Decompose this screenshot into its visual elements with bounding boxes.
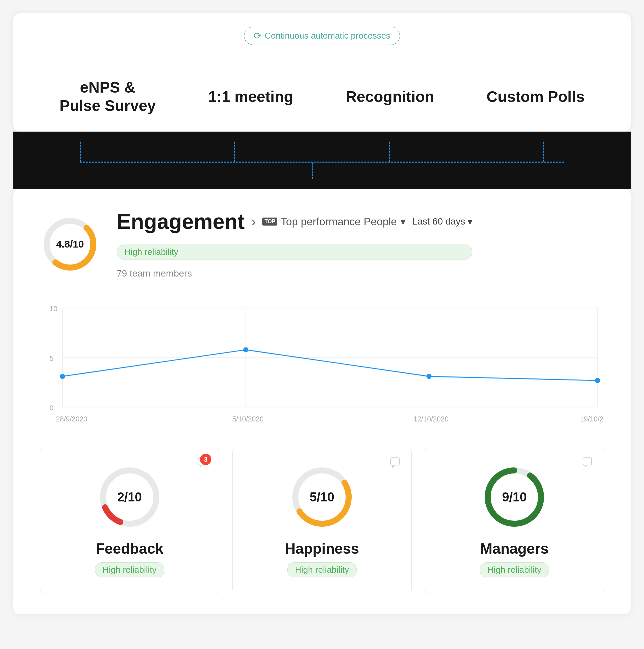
feedback-donut: 2/10 [96, 464, 163, 530]
feedback-title: Feedback [96, 540, 163, 557]
top-menu: eNPS &Pulse Survey 1:1 meeting Recogniti… [33, 78, 611, 115]
top-card: ⟳ Continuous automatic processes eNPS &P… [13, 13, 631, 132]
top-performance-filter[interactable]: TOP Top performance People ▾ [262, 215, 405, 228]
continuous-label: Continuous automatic processes [265, 31, 390, 41]
happiness-donut: 5/10 [289, 464, 355, 530]
happiness-title: Happiness [285, 540, 359, 557]
continuous-badge: ⟳ Continuous automatic processes [244, 27, 400, 45]
menu-item-enps[interactable]: eNPS &Pulse Survey [59, 78, 156, 115]
connector-vert-center [312, 163, 313, 179]
y-label-0: 0 [50, 404, 54, 412]
y-label-10: 10 [50, 305, 58, 312]
managers-card: 9/10 Managers High reliability [425, 447, 604, 594]
feedback-reliability: High reliability [95, 562, 164, 577]
svg-rect-15 [583, 458, 592, 465]
happiness-reliability: High reliability [287, 562, 357, 577]
x-label-3: 12/10/2020 [413, 416, 449, 423]
chart-point-3 [426, 374, 431, 379]
menu-item-polls[interactable]: Custom Polls [487, 88, 585, 106]
top-icon: TOP [262, 218, 277, 225]
happiness-card: 5/10 Happiness High reliability [232, 447, 411, 594]
managers-title: Managers [480, 540, 549, 557]
dropdown-arrow: ▾ [400, 215, 406, 228]
feedback-card: 3 2/10 Feedback High reliability [40, 447, 219, 594]
comment-icon-happiness [390, 457, 401, 471]
engagement-score: 4.8/10 [56, 239, 84, 250]
time-range-filter[interactable]: Last 60 days ▾ [412, 216, 473, 227]
connector-vert-2 [234, 142, 235, 162]
engagement-header: 4.8/10 Engagement › TOP Top performance … [40, 209, 604, 279]
menu-item-meeting[interactable]: 1:1 meeting [208, 88, 293, 106]
managers-reliability: High reliability [480, 562, 549, 577]
engagement-chevron[interactable]: › [251, 214, 256, 229]
svg-rect-12 [391, 458, 399, 465]
chart-point-4 [595, 378, 600, 383]
chart-line [62, 350, 597, 381]
x-label-2: 5/10/2020 [232, 416, 264, 423]
chart-point-1 [60, 374, 65, 379]
happiness-score: 5/10 [310, 490, 334, 505]
y-label-5: 5 [50, 354, 54, 362]
comment-icon-managers [582, 457, 594, 471]
engagement-chart: 10 5 0 28/9/2020 5/10/2020 12/10/2020 [40, 299, 604, 432]
connector-area [13, 132, 631, 189]
engagement-reliability-badge: High reliability [117, 245, 472, 260]
engagement-title: Engagement [117, 209, 245, 234]
connector-vert-4 [543, 142, 544, 162]
menu-item-recognition[interactable]: Recognition [346, 88, 434, 106]
metric-cards: 3 2/10 Feedback High reliability [40, 447, 604, 594]
top-performance-label: Top performance People [281, 216, 397, 228]
chart-point-2 [243, 347, 248, 352]
managers-donut: 9/10 [481, 464, 548, 530]
time-range-arrow: ▾ [468, 216, 472, 227]
chart-area: 10 5 0 28/9/2020 5/10/2020 12/10/2020 [40, 299, 604, 433]
connector-vert-3 [389, 142, 390, 162]
feedback-score: 2/10 [117, 490, 142, 505]
x-label-1: 28/9/2020 [56, 416, 87, 423]
time-range-label: Last 60 days [412, 216, 465, 227]
main-content: 4.8/10 Engagement › TOP Top performance … [13, 189, 631, 614]
refresh-icon: ⟳ [254, 30, 261, 41]
team-members-count: 79 team members [117, 268, 472, 279]
engagement-donut: 4.8/10 [40, 214, 100, 274]
connector-vert-1 [80, 142, 81, 162]
managers-score: 9/10 [502, 490, 527, 505]
comment-badge-feedback: 3 [200, 454, 211, 465]
x-label-4: 19/10/2020 [580, 416, 604, 423]
